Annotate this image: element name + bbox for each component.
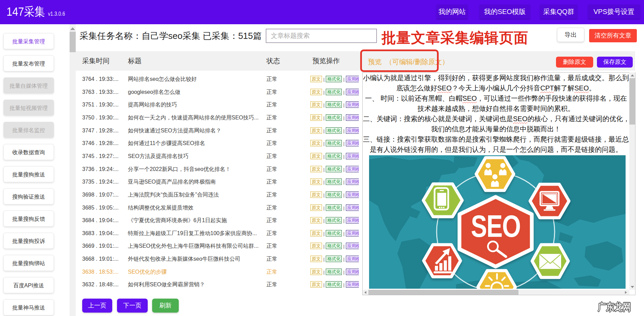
svg-text:SEO: SEO (471, 209, 520, 243)
